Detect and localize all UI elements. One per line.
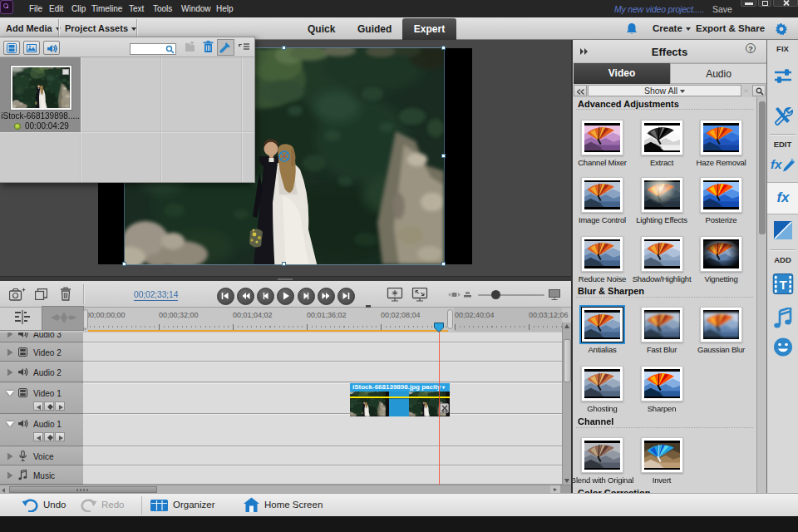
- svg-text:fx: fx: [771, 157, 782, 171]
- svg-text:T: T: [779, 278, 786, 292]
